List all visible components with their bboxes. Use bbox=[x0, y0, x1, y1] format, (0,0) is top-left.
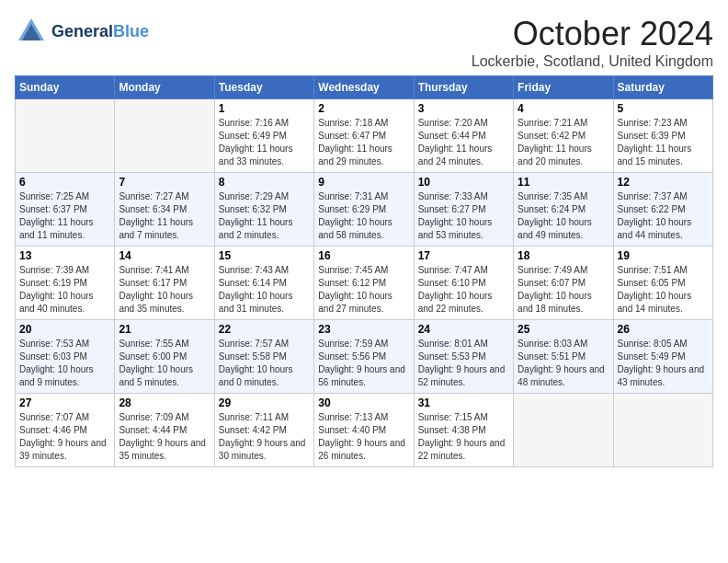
calendar-cell: 24Sunrise: 8:01 AMSunset: 5:53 PMDayligh… bbox=[414, 320, 513, 394]
calendar-cell: 7Sunrise: 7:27 AMSunset: 6:34 PMDaylight… bbox=[115, 173, 214, 247]
calendar-cell: 16Sunrise: 7:45 AMSunset: 6:12 PMDayligh… bbox=[314, 247, 414, 320]
calendar-row-4: 20Sunrise: 7:53 AMSunset: 6:03 PMDayligh… bbox=[16, 320, 713, 394]
day-info: Sunrise: 7:59 AMSunset: 5:56 PMDaylight:… bbox=[318, 338, 409, 389]
day-number: 14 bbox=[119, 249, 210, 262]
day-number: 23 bbox=[318, 323, 409, 336]
col-wednesday: Wednesday bbox=[314, 76, 414, 99]
day-number: 6 bbox=[19, 176, 110, 189]
month-title: October 2024 bbox=[472, 15, 713, 53]
calendar-cell: 5Sunrise: 7:23 AMSunset: 6:39 PMDaylight… bbox=[613, 99, 712, 173]
day-info: Sunrise: 7:18 AMSunset: 6:47 PMDaylight:… bbox=[318, 117, 409, 168]
day-info: Sunrise: 7:49 AMSunset: 6:07 PMDaylight:… bbox=[518, 264, 609, 316]
calendar-table: Sunday Monday Tuesday Wednesday Thursday… bbox=[15, 75, 713, 467]
day-info: Sunrise: 7:07 AMSunset: 4:46 PMDaylight:… bbox=[19, 411, 110, 463]
col-tuesday: Tuesday bbox=[214, 76, 313, 99]
calendar-cell: 20Sunrise: 7:53 AMSunset: 6:03 PMDayligh… bbox=[16, 320, 115, 394]
calendar-cell: 17Sunrise: 7:47 AMSunset: 6:10 PMDayligh… bbox=[414, 247, 513, 320]
calendar-cell: 11Sunrise: 7:35 AMSunset: 6:24 PMDayligh… bbox=[514, 173, 613, 247]
day-number: 18 bbox=[518, 249, 609, 262]
day-number: 12 bbox=[618, 176, 709, 189]
calendar-cell: 18Sunrise: 7:49 AMSunset: 6:07 PMDayligh… bbox=[514, 247, 613, 320]
day-number: 31 bbox=[418, 396, 509, 409]
calendar-cell: 6Sunrise: 7:25 AMSunset: 6:37 PMDaylight… bbox=[16, 173, 115, 247]
day-number: 24 bbox=[418, 323, 509, 336]
calendar-cell: 30Sunrise: 7:13 AMSunset: 4:40 PMDayligh… bbox=[314, 394, 414, 467]
day-info: Sunrise: 7:43 AMSunset: 6:14 PMDaylight:… bbox=[219, 264, 310, 316]
calendar-cell: 4Sunrise: 7:21 AMSunset: 6:42 PMDaylight… bbox=[514, 99, 613, 173]
day-info: Sunrise: 7:51 AMSunset: 6:05 PMDaylight:… bbox=[618, 264, 709, 316]
day-info: Sunrise: 7:25 AMSunset: 6:37 PMDaylight:… bbox=[19, 190, 110, 242]
calendar-cell: 1Sunrise: 7:16 AMSunset: 6:49 PMDaylight… bbox=[214, 99, 313, 173]
calendar-cell bbox=[115, 99, 214, 173]
calendar-cell: 27Sunrise: 7:07 AMSunset: 4:46 PMDayligh… bbox=[16, 394, 115, 467]
calendar-cell: 2Sunrise: 7:18 AMSunset: 6:47 PMDaylight… bbox=[314, 99, 414, 173]
day-info: Sunrise: 8:05 AMSunset: 5:49 PMDaylight:… bbox=[618, 338, 709, 389]
day-number: 17 bbox=[418, 249, 509, 262]
calendar-cell: 15Sunrise: 7:43 AMSunset: 6:14 PMDayligh… bbox=[214, 247, 313, 320]
day-number: 26 bbox=[618, 323, 709, 336]
day-number: 28 bbox=[119, 396, 210, 409]
col-sunday: Sunday bbox=[16, 76, 115, 99]
day-number: 4 bbox=[518, 102, 609, 115]
col-thursday: Thursday bbox=[414, 76, 513, 99]
calendar-cell: 13Sunrise: 7:39 AMSunset: 6:19 PMDayligh… bbox=[16, 247, 115, 320]
calendar-cell: 9Sunrise: 7:31 AMSunset: 6:29 PMDaylight… bbox=[314, 173, 414, 247]
day-info: Sunrise: 8:03 AMSunset: 5:51 PMDaylight:… bbox=[518, 338, 609, 389]
day-number: 16 bbox=[318, 249, 409, 262]
day-info: Sunrise: 7:41 AMSunset: 6:17 PMDaylight:… bbox=[119, 264, 210, 316]
day-number: 30 bbox=[318, 396, 409, 409]
day-number: 1 bbox=[219, 102, 310, 115]
calendar-cell: 3Sunrise: 7:20 AMSunset: 6:44 PMDaylight… bbox=[414, 99, 513, 173]
day-number: 11 bbox=[518, 176, 609, 189]
col-friday: Friday bbox=[514, 76, 613, 99]
day-number: 22 bbox=[219, 323, 310, 336]
day-info: Sunrise: 7:09 AMSunset: 4:44 PMDaylight:… bbox=[119, 411, 210, 463]
calendar-cell: 8Sunrise: 7:29 AMSunset: 6:32 PMDaylight… bbox=[214, 173, 313, 247]
day-info: Sunrise: 7:57 AMSunset: 5:58 PMDaylight:… bbox=[219, 338, 310, 389]
day-number: 20 bbox=[19, 323, 110, 336]
calendar-cell: 31Sunrise: 7:15 AMSunset: 4:38 PMDayligh… bbox=[414, 394, 513, 467]
calendar-cell bbox=[514, 394, 613, 467]
calendar-cell: 12Sunrise: 7:37 AMSunset: 6:22 PMDayligh… bbox=[613, 173, 712, 247]
day-info: Sunrise: 7:16 AMSunset: 6:49 PMDaylight:… bbox=[219, 117, 310, 168]
day-info: Sunrise: 8:01 AMSunset: 5:53 PMDaylight:… bbox=[418, 338, 509, 389]
day-info: Sunrise: 7:33 AMSunset: 6:27 PMDaylight:… bbox=[418, 190, 509, 242]
day-info: Sunrise: 7:11 AMSunset: 4:42 PMDaylight:… bbox=[219, 411, 310, 463]
page-header: General Blue October 2024 Lockerbie, Sco… bbox=[15, 15, 713, 70]
day-number: 15 bbox=[219, 249, 310, 262]
day-number: 29 bbox=[219, 396, 310, 409]
logo: General Blue bbox=[15, 15, 149, 48]
calendar-cell: 28Sunrise: 7:09 AMSunset: 4:44 PMDayligh… bbox=[115, 394, 214, 467]
calendar-cell: 21Sunrise: 7:55 AMSunset: 6:00 PMDayligh… bbox=[115, 320, 214, 394]
calendar-row-1: 1Sunrise: 7:16 AMSunset: 6:49 PMDaylight… bbox=[16, 99, 713, 173]
day-number: 7 bbox=[119, 176, 210, 189]
day-info: Sunrise: 7:47 AMSunset: 6:10 PMDaylight:… bbox=[418, 264, 509, 316]
calendar-cell: 25Sunrise: 8:03 AMSunset: 5:51 PMDayligh… bbox=[514, 320, 613, 394]
calendar-row-3: 13Sunrise: 7:39 AMSunset: 6:19 PMDayligh… bbox=[16, 247, 713, 320]
day-number: 19 bbox=[618, 249, 709, 262]
day-info: Sunrise: 7:21 AMSunset: 6:42 PMDaylight:… bbox=[518, 117, 609, 168]
calendar-cell: 23Sunrise: 7:59 AMSunset: 5:56 PMDayligh… bbox=[314, 320, 414, 394]
calendar-cell bbox=[613, 394, 712, 467]
day-info: Sunrise: 7:15 AMSunset: 4:38 PMDaylight:… bbox=[418, 411, 509, 463]
calendar-cell: 14Sunrise: 7:41 AMSunset: 6:17 PMDayligh… bbox=[115, 247, 214, 320]
day-info: Sunrise: 7:27 AMSunset: 6:34 PMDaylight:… bbox=[119, 190, 210, 242]
logo-blue: Blue bbox=[113, 22, 149, 41]
day-number: 3 bbox=[418, 102, 509, 115]
calendar-cell bbox=[16, 99, 115, 173]
day-info: Sunrise: 7:20 AMSunset: 6:44 PMDaylight:… bbox=[418, 117, 509, 168]
calendar-row-5: 27Sunrise: 7:07 AMSunset: 4:46 PMDayligh… bbox=[16, 394, 713, 467]
location: Lockerbie, Scotland, United Kingdom bbox=[472, 53, 713, 70]
day-info: Sunrise: 7:23 AMSunset: 6:39 PMDaylight:… bbox=[618, 117, 709, 168]
day-info: Sunrise: 7:31 AMSunset: 6:29 PMDaylight:… bbox=[318, 190, 409, 242]
day-number: 2 bbox=[318, 102, 409, 115]
day-info: Sunrise: 7:55 AMSunset: 6:00 PMDaylight:… bbox=[119, 338, 210, 389]
day-info: Sunrise: 7:45 AMSunset: 6:12 PMDaylight:… bbox=[318, 264, 409, 316]
day-info: Sunrise: 7:13 AMSunset: 4:40 PMDaylight:… bbox=[318, 411, 409, 463]
title-block: October 2024 Lockerbie, Scotland, United… bbox=[472, 15, 713, 70]
day-number: 27 bbox=[19, 396, 110, 409]
calendar-header-row: Sunday Monday Tuesday Wednesday Thursday… bbox=[16, 76, 713, 99]
calendar-cell: 10Sunrise: 7:33 AMSunset: 6:27 PMDayligh… bbox=[414, 173, 513, 247]
day-number: 9 bbox=[318, 176, 409, 189]
day-number: 25 bbox=[518, 323, 609, 336]
